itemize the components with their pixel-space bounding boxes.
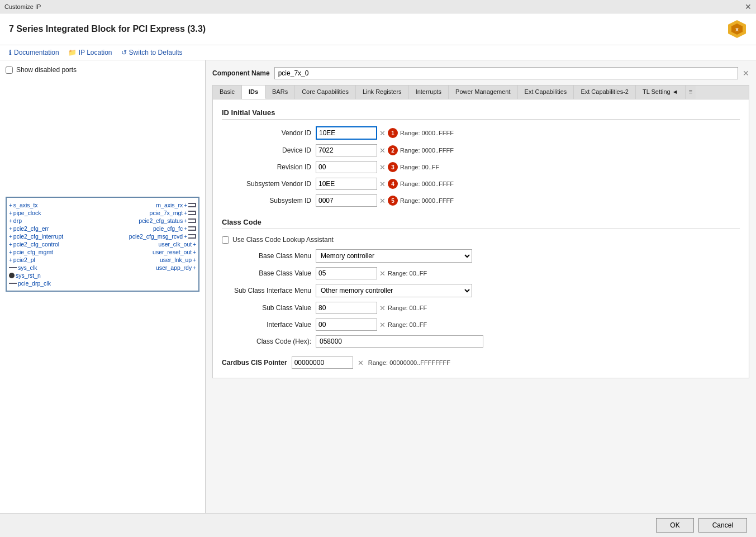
- cardbus-clear-button[interactable]: ✕: [358, 359, 364, 367]
- base-class-value-row: Base Class Value ✕ Range: 00..FF: [222, 267, 740, 279]
- class-code-section: Class Code Use Class Code Lookup Assista…: [222, 218, 740, 348]
- port-pcie2-cfg-msg-rcvd: pcie2_cfg_msg_rcvd: [129, 233, 183, 240]
- port-sys-clk: sys_clk: [18, 264, 37, 271]
- plus-icon-r: +: [184, 202, 187, 208]
- interface-value-input[interactable]: [316, 319, 377, 331]
- tab-bars[interactable]: BARs: [265, 85, 295, 99]
- vendor-id-row: Vendor ID ✕ 1 Range: 0000..FFFF: [222, 126, 740, 140]
- base-class-value-clear[interactable]: ✕: [379, 269, 386, 278]
- sub-class-value-input[interactable]: [316, 302, 377, 314]
- tab-ids[interactable]: IDs: [242, 85, 265, 99]
- vendor-id-label: Vendor ID: [222, 129, 311, 137]
- subsystem-id-row: Subsystem ID ✕ 5 Range: 0000..FFFF: [222, 194, 740, 207]
- base-class-value-range: Range: 00..FF: [388, 270, 427, 277]
- vendor-id-badge: 1: [388, 128, 398, 138]
- port-pcie-drp-clk: pcie_drp_clk: [18, 280, 51, 287]
- subsystem-vendor-id-input-wrap: ✕ 4 Range: 0000..FFFF: [316, 178, 454, 190]
- right-panel: Component Name pcie_7x_0 ✕ Basic IDs BAR…: [206, 60, 756, 530]
- port-pcie-7x-mgt: pcie_7x_mgt: [150, 210, 183, 216]
- tab-tl-settings[interactable]: TL Setting ◄: [636, 85, 686, 99]
- component-name-input[interactable]: pcie_7x_0: [274, 67, 738, 79]
- main-header: 7 Series Integrated Block for PCI Expres…: [0, 13, 756, 45]
- base-class-menu-label: Base Class Menu: [222, 252, 311, 260]
- revision-id-label: Revision ID: [222, 163, 311, 171]
- use-lookup-label: Use Class Code Lookup Assistant: [232, 236, 334, 244]
- cardbus-label: Cardbus CIS Pointer: [222, 359, 287, 367]
- tab-overflow-button[interactable]: ≡: [686, 85, 696, 99]
- close-button[interactable]: ✕: [745, 3, 752, 11]
- schematic-row: + s_axis_tx m_axis_rx +: [9, 201, 196, 209]
- port-pcie2-cfg-err: pcie2_cfg_err: [13, 225, 49, 232]
- show-disabled-ports-checkbox[interactable]: [6, 66, 13, 74]
- subsystem-vendor-id-input[interactable]: [316, 178, 377, 190]
- refresh-icon: ↺: [121, 49, 127, 56]
- use-lookup-checkbox[interactable]: [222, 236, 229, 244]
- port-s-axis-tx: s_axis_tx: [13, 202, 38, 208]
- interface-value-clear[interactable]: ✕: [379, 321, 386, 329]
- interface-value-range: Range: 00..FF: [388, 321, 427, 328]
- revision-id-clear-button[interactable]: ✕: [379, 163, 386, 172]
- ip-location-button[interactable]: 📁 IP Location: [68, 49, 112, 56]
- tab-core-capabilities[interactable]: Core Capabilities: [295, 85, 356, 99]
- device-id-clear-button[interactable]: ✕: [379, 146, 386, 155]
- sub-class-value-clear[interactable]: ✕: [379, 304, 386, 312]
- revision-id-input[interactable]: [316, 161, 377, 173]
- switch-to-defaults-label: Switch to Defaults: [129, 49, 183, 56]
- vendor-id-range: Range: 0000..FFFF: [400, 130, 454, 136]
- subsystem-vendor-id-range: Range: 0000..FFFF: [400, 180, 454, 187]
- tab-content-ids: ID Initial Values Vendor ID ✕ 1 Range: 0…: [212, 99, 749, 378]
- port-pcie-cfg-mgmt: pcie_cfg_mgmt: [13, 249, 53, 255]
- component-name-clear-button[interactable]: ✕: [743, 69, 749, 78]
- sub-class-menu-label: Sub Class Interface Menu: [222, 287, 311, 294]
- tab-link-registers[interactable]: Link Registers: [356, 85, 409, 99]
- schematic-row-2: + pipe_clock pcie_7x_mgt +: [9, 209, 196, 217]
- base-class-value-label: Base Class Value: [222, 269, 311, 277]
- tab-power-management[interactable]: Power Management: [449, 85, 517, 99]
- component-name-label: Component Name: [212, 69, 270, 77]
- tab-interrupts[interactable]: Interrupts: [409, 85, 449, 99]
- revision-id-input-wrap: ✕ 3 Range: 00..FF: [316, 161, 439, 173]
- sub-class-value-wrap: ✕ Range: 00..FF: [316, 302, 427, 314]
- documentation-button[interactable]: ℹ Documentation: [9, 49, 59, 56]
- interface-value-label: Interface Value: [222, 321, 311, 329]
- cardbus-row: Cardbus CIS Pointer ✕ Range: 00000000..F…: [222, 357, 740, 369]
- base-class-menu-wrap: Memory controller No class Mass storage …: [316, 249, 472, 263]
- subsystem-id-input[interactable]: [316, 194, 377, 207]
- port-user-clk-out: user_clk_out: [159, 241, 192, 248]
- switch-to-defaults-button[interactable]: ↺ Switch to Defaults: [121, 49, 183, 56]
- main-title: 7 Series Integrated Block for PCI Expres…: [9, 24, 206, 34]
- device-id-input[interactable]: [316, 144, 377, 156]
- id-initial-values-section: ID Initial Values Vendor ID ✕ 1 Range: 0…: [222, 108, 740, 207]
- class-code-section-title: Class Code: [222, 218, 740, 229]
- port-sys-rst-n: sys_rst_n: [16, 272, 41, 279]
- content-area: Show disabled ports + s_axis_tx m_axis_r…: [0, 60, 756, 530]
- device-id-badge: 2: [388, 145, 398, 155]
- vendor-id-input[interactable]: [316, 126, 377, 140]
- base-class-value-wrap: ✕ Range: 00..FF: [316, 267, 427, 279]
- footer: OK Cancel: [0, 513, 756, 530]
- vendor-id-clear-button[interactable]: ✕: [379, 129, 386, 137]
- port-user-lnk-up: user_lnk_up: [160, 256, 192, 263]
- id-section-title: ID Initial Values: [222, 108, 740, 120]
- subsystem-id-clear-button[interactable]: ✕: [379, 197, 386, 205]
- subsystem-vendor-id-clear-button[interactable]: ✕: [379, 180, 386, 188]
- vendor-id-input-wrap: ✕ 1 Range: 0000..FFFF: [316, 126, 454, 140]
- port-pcie2-cfg-control: pcie2_cfg_control: [13, 241, 59, 248]
- cancel-button[interactable]: Cancel: [698, 518, 747, 530]
- interface-value-wrap: ✕ Range: 00..FF: [316, 319, 427, 331]
- base-class-menu-select[interactable]: Memory controller No class Mass storage …: [316, 249, 472, 263]
- tab-basic[interactable]: Basic: [213, 85, 242, 99]
- base-class-value-input[interactable]: [316, 267, 377, 279]
- tabs-bar: Basic IDs BARs Core Capabilities Link Re…: [212, 85, 749, 99]
- tab-ext-capabilities[interactable]: Ext Capabilities: [518, 85, 574, 99]
- documentation-label: Documentation: [14, 49, 59, 56]
- sub-class-menu-select[interactable]: Other memory controller RAM controller F…: [316, 284, 472, 297]
- class-code-hex-label: Class Code (Hex):: [222, 338, 311, 345]
- ok-button[interactable]: OK: [656, 518, 693, 530]
- cardbus-input[interactable]: [292, 357, 353, 369]
- use-lookup-row: Use Class Code Lookup Assistant: [222, 236, 740, 244]
- port-pipe-clock: pipe_clock: [13, 210, 41, 216]
- window-title: Customize IP: [4, 3, 41, 10]
- class-code-hex-input[interactable]: [316, 335, 483, 348]
- tab-ext-capabilities-2[interactable]: Ext Capabilities-2: [574, 85, 636, 99]
